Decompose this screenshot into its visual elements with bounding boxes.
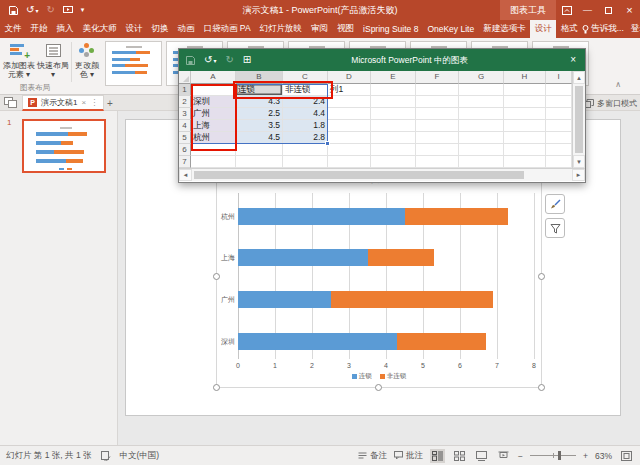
cell-C5[interactable]: 2.8 bbox=[283, 132, 328, 144]
row-header-7[interactable]: 7 bbox=[179, 156, 191, 168]
cell-E2[interactable] bbox=[371, 96, 416, 108]
cell-B6[interactable] bbox=[236, 144, 283, 156]
ribbon-tab-0[interactable]: 文件 bbox=[0, 20, 26, 38]
ribbon-tab-9[interactable]: 审阅 bbox=[307, 20, 333, 38]
tab-menu-icon[interactable]: ⋮ bbox=[90, 98, 98, 107]
ribbon-tab-5[interactable]: 切换 bbox=[147, 20, 173, 38]
cell-E7[interactable] bbox=[371, 156, 416, 168]
cell-C3[interactable]: 4.4 bbox=[283, 108, 328, 120]
scroll-down-icon[interactable]: ▼ bbox=[573, 155, 585, 168]
row-header-6[interactable]: 6 bbox=[179, 144, 191, 156]
slide-thumbnail[interactable] bbox=[22, 119, 106, 173]
cell-B2[interactable]: 4.3 bbox=[236, 96, 283, 108]
minimize-button[interactable]: — bbox=[577, 0, 598, 20]
cell-I3[interactable] bbox=[546, 108, 572, 120]
bar-segment[interactable] bbox=[238, 249, 368, 266]
cell-D7[interactable] bbox=[328, 156, 371, 168]
zoom-slider-thumb[interactable] bbox=[558, 451, 561, 460]
cell-G7[interactable] bbox=[459, 156, 504, 168]
tab-close-icon[interactable]: × bbox=[81, 98, 86, 107]
cell-D1[interactable]: 列1 bbox=[328, 84, 371, 96]
column-header-I[interactable]: I bbox=[546, 71, 572, 84]
chart-styles-button[interactable] bbox=[545, 194, 565, 214]
cell-E4[interactable] bbox=[371, 120, 416, 132]
ribbon-tab-11[interactable]: iSpring Suite 8 bbox=[359, 20, 423, 38]
cell-E1[interactable] bbox=[371, 84, 416, 96]
cell-G3[interactable] bbox=[459, 108, 504, 120]
cell-F3[interactable] bbox=[416, 108, 459, 120]
start-slideshow-icon[interactable] bbox=[63, 6, 73, 14]
ribbon-tab-13[interactable]: 新建选项卡 bbox=[479, 20, 531, 38]
cell-G4[interactable] bbox=[459, 120, 504, 132]
column-header-G[interactable]: G bbox=[459, 71, 504, 84]
cell-G2[interactable] bbox=[459, 96, 504, 108]
bar-segment[interactable] bbox=[368, 249, 435, 266]
row-header-3[interactable]: 3 bbox=[179, 108, 191, 120]
column-header-B[interactable]: B bbox=[236, 71, 283, 84]
bar-segment[interactable] bbox=[238, 208, 405, 225]
column-header-D[interactable]: D bbox=[328, 71, 371, 84]
multi-window-mode-button[interactable]: 多窗口模式 bbox=[584, 98, 637, 109]
column-header-C[interactable]: C bbox=[283, 71, 328, 84]
undo-dropdown-icon[interactable]: ▾ bbox=[35, 8, 38, 14]
fit-slide-to-window-button[interactable] bbox=[619, 449, 634, 463]
cell-A5[interactable]: 杭州 bbox=[191, 132, 236, 144]
cell-H6[interactable] bbox=[504, 144, 546, 156]
cell-C7[interactable] bbox=[283, 156, 328, 168]
reading-view-button[interactable] bbox=[474, 449, 489, 463]
cell-B5[interactable]: 4.5 bbox=[236, 132, 283, 144]
ribbon-tab-10[interactable]: 视图 bbox=[333, 20, 359, 38]
cell-A3[interactable]: 广州 bbox=[191, 108, 236, 120]
cell-I6[interactable] bbox=[546, 144, 572, 156]
cell-H7[interactable] bbox=[504, 156, 546, 168]
restore-button[interactable] bbox=[598, 0, 619, 20]
sign-in-button[interactable]: 登录 bbox=[631, 23, 640, 35]
bar-segment[interactable] bbox=[405, 208, 509, 225]
scroll-left-icon[interactable]: ◄ bbox=[179, 169, 192, 181]
cell-B7[interactable] bbox=[236, 156, 283, 168]
slide-counter[interactable]: 幻灯片 第 1 张, 共 1 张 bbox=[6, 450, 92, 462]
zoom-in-button[interactable]: + bbox=[583, 451, 588, 461]
cell-F7[interactable] bbox=[416, 156, 459, 168]
comments-button[interactable]: 批注 bbox=[394, 450, 423, 462]
select-all-corner[interactable] bbox=[179, 71, 191, 84]
ribbon-tab-6[interactable]: 动画 bbox=[173, 20, 199, 38]
ribbon-tab-4[interactable]: 设计 bbox=[121, 20, 147, 38]
tell-me-box[interactable]: 告诉我... bbox=[582, 23, 624, 35]
cell-D2[interactable] bbox=[328, 96, 371, 108]
add-chart-element-button[interactable]: + 添加图表元素 ▾ bbox=[2, 41, 36, 79]
cell-A2[interactable]: 深圳 bbox=[191, 96, 236, 108]
cell-C2[interactable]: 2.4 bbox=[283, 96, 328, 108]
normal-view-button[interactable] bbox=[430, 449, 445, 463]
close-button[interactable]: × bbox=[619, 0, 640, 20]
ribbon-tab-14[interactable]: 设计 bbox=[530, 20, 556, 38]
cell-B3[interactable]: 2.5 bbox=[236, 108, 283, 120]
cell-F4[interactable] bbox=[416, 120, 459, 132]
document-tab[interactable]: P 演示文稿1 × ⋮ bbox=[22, 95, 104, 111]
ribbon-tab-7[interactable]: 口袋动画 PA bbox=[199, 20, 255, 38]
selection-handle[interactable] bbox=[538, 273, 545, 280]
cell-D3[interactable] bbox=[328, 108, 371, 120]
cell-C1[interactable]: 非连锁 bbox=[283, 84, 328, 96]
scroll-up-icon[interactable]: ▲ bbox=[573, 71, 585, 84]
edit-in-excel-icon[interactable]: ⊞ bbox=[243, 55, 251, 65]
language-indicator[interactable]: 中文(中国) bbox=[120, 450, 160, 462]
customize-qat-icon[interactable]: ▾ bbox=[81, 5, 85, 15]
column-header-E[interactable]: E bbox=[371, 71, 416, 84]
cell-I2[interactable] bbox=[546, 96, 572, 108]
ribbon-tab-3[interactable]: 美化大师 bbox=[78, 20, 121, 38]
zoom-out-button[interactable]: − bbox=[518, 451, 523, 461]
row-header-5[interactable]: 5 bbox=[179, 132, 191, 144]
cell-D4[interactable] bbox=[328, 120, 371, 132]
cell-G6[interactable] bbox=[459, 144, 504, 156]
quick-layout-button[interactable]: 快速布局▾ bbox=[37, 41, 69, 79]
selection-handle[interactable] bbox=[538, 384, 545, 391]
column-header-F[interactable]: F bbox=[416, 71, 459, 84]
row-header-1[interactable]: 1 bbox=[179, 84, 191, 96]
ribbon-tab-12[interactable]: OneKey Lite bbox=[423, 20, 479, 38]
cell-I4[interactable] bbox=[546, 120, 572, 132]
chart-object[interactable]: 图表标题 012345678杭州上海广州深圳 连锁非连锁 bbox=[216, 165, 542, 388]
cell-G1[interactable] bbox=[459, 84, 504, 96]
cell-F2[interactable] bbox=[416, 96, 459, 108]
chart-legend[interactable]: 连锁非连锁 bbox=[217, 372, 541, 381]
